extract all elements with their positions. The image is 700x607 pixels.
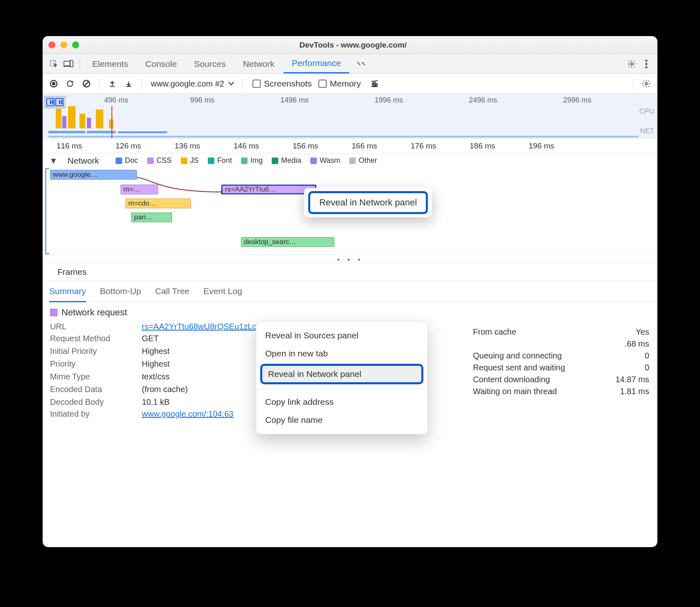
ctx-reveal-sources[interactable]: Reveal in Sources panel xyxy=(256,326,427,345)
kebab-icon[interactable] xyxy=(639,57,653,71)
svg-point-3 xyxy=(630,63,633,65)
reload-record-icon[interactable] xyxy=(63,77,77,91)
initiated-by-link[interactable]: www.google.com/:104:63 xyxy=(142,409,233,418)
settings-icon[interactable] xyxy=(625,57,639,71)
detail-tab-summary[interactable]: Summary xyxy=(49,286,86,302)
inspect-icon[interactable] xyxy=(47,57,61,71)
upload-icon[interactable] xyxy=(105,77,119,91)
ctx-copy-link[interactable]: Copy link address xyxy=(256,393,427,411)
traffic-lights xyxy=(48,41,79,48)
detail-tab-eventlog[interactable]: Event Log xyxy=(203,286,242,296)
resize-handle[interactable]: • • • xyxy=(43,255,657,263)
memory-checkbox[interactable]: Memory xyxy=(318,79,361,89)
garbage-collect-icon[interactable] xyxy=(368,77,382,91)
reveal-tooltip: Reveal in Network panel xyxy=(304,188,432,217)
field-label: Initial Priority xyxy=(50,347,132,356)
url-label: URL xyxy=(50,322,132,331)
frames-label: Frames xyxy=(57,267,86,277)
panel-settings-icon[interactable] xyxy=(639,77,653,91)
legend-img: Img xyxy=(241,156,263,165)
ctx-copy-filename[interactable]: Copy file name xyxy=(256,411,427,429)
devtools-window: DevTools - www.google.com/ Elements Cons… xyxy=(43,36,657,547)
overview-tick: 2996 ms xyxy=(563,96,591,105)
collapse-icon[interactable]: ▼ xyxy=(49,156,58,166)
recording-select[interactable]: www.google.com #2 xyxy=(148,79,236,88)
screenshots-label: Screenshots xyxy=(264,79,312,89)
titlebar: DevTools - www.google.com/ xyxy=(43,36,657,54)
request-type-swatch xyxy=(50,309,57,316)
ctx-reveal-network[interactable]: Reveal in Network panel xyxy=(260,364,423,384)
detail-tab-bottomup[interactable]: Bottom-Up xyxy=(100,286,141,296)
svg-point-6 xyxy=(645,66,648,68)
overview-chart xyxy=(48,104,154,128)
timing-column: From cacheYes .68 ms Queuing and connect… xyxy=(473,326,649,397)
frames-track[interactable]: Frames xyxy=(43,263,657,281)
maximize-icon[interactable] xyxy=(72,41,79,48)
device-toggle-icon[interactable] xyxy=(61,57,75,71)
context-menu: Reveal in Sources panel Open in new tab … xyxy=(256,321,428,434)
field-label: Mime Type xyxy=(50,372,132,381)
svg-point-11 xyxy=(645,82,648,85)
svg-point-8 xyxy=(52,82,55,85)
clear-icon[interactable] xyxy=(80,77,93,91)
network-track-label: Network xyxy=(68,156,99,166)
overview-tick: 496 ms xyxy=(104,96,128,105)
network-track: ▼ Network DocCSSJSFontImgMediaWasmOther … xyxy=(43,153,657,255)
section-title: Network request xyxy=(61,307,127,318)
timing-row: Waiting on main thread1.81 ms xyxy=(473,386,649,397)
overview-tick: 2496 ms xyxy=(469,96,497,105)
tab-elements[interactable]: Elements xyxy=(84,54,136,73)
detail-tabs: Summary Bottom-Up Call Tree Event Log xyxy=(43,281,657,301)
performance-toolbar: www.google.com #2 Screenshots Memory xyxy=(43,74,657,94)
legend-css: CSS xyxy=(147,156,172,165)
detail-tab-calltree[interactable]: Call Tree xyxy=(155,286,189,296)
tooltip-label: Reveal in Network panel xyxy=(308,191,428,214)
selection-bracket xyxy=(45,168,49,254)
record-icon[interactable] xyxy=(47,77,61,91)
tab-console[interactable]: Console xyxy=(137,54,185,73)
field-label: Priority xyxy=(50,359,132,369)
screenshots-checkbox[interactable]: Screenshots xyxy=(252,79,312,89)
field-label: Request Method xyxy=(50,334,132,343)
network-request-bar[interactable]: www.google… xyxy=(50,170,137,180)
tab-network[interactable]: Network xyxy=(235,54,283,73)
legend-font: Font xyxy=(208,156,232,165)
close-icon[interactable] xyxy=(48,41,55,48)
timing-row: Content downloading14.87 ms xyxy=(473,374,649,386)
timing-row: Queuing and connecting0 xyxy=(473,350,649,362)
overview-net-label: NET xyxy=(640,127,654,135)
legend-media: Media xyxy=(272,156,301,165)
network-request-bar[interactable]: m=… xyxy=(120,185,158,194)
overview-tick: 1996 ms xyxy=(375,96,403,105)
timing-row: Request sent and waiting0 xyxy=(473,362,649,374)
flamechart-timescale: 116 ms 126 ms 136 ms 146 ms 156 ms 166 m… xyxy=(43,139,657,153)
svg-point-4 xyxy=(645,59,648,62)
network-request-bar[interactable]: m=cdo… xyxy=(125,199,191,208)
tab-sources[interactable]: Sources xyxy=(186,54,234,73)
svg-point-5 xyxy=(645,63,648,65)
memory-label: Memory xyxy=(330,79,361,89)
network-request-bar[interactable]: pari… xyxy=(131,212,172,222)
devtools-tabbar: Elements Console Sources Network Perform… xyxy=(43,54,657,74)
tab-performance[interactable]: Performance xyxy=(284,54,349,73)
overview-marker xyxy=(111,106,112,138)
field-label: Decoded Body xyxy=(50,397,132,407)
download-icon[interactable] xyxy=(122,77,136,91)
field-label: Encoded Data xyxy=(50,385,132,394)
overview-tick: 996 ms xyxy=(190,96,214,105)
overview-minimap[interactable]: 496 ms 996 ms 1496 ms 1996 ms 2496 ms 29… xyxy=(43,94,657,139)
network-request-bar[interactable]: desktop_searc… xyxy=(241,237,334,247)
legend-js: JS xyxy=(181,156,199,165)
legend-other: Other xyxy=(349,156,377,165)
ctx-open-new-tab[interactable]: Open in new tab xyxy=(256,345,427,363)
initiated-by-label: Initiated by xyxy=(50,409,132,419)
svg-rect-1 xyxy=(64,61,70,66)
legend-wasm: Wasm xyxy=(310,156,340,165)
minimize-icon[interactable] xyxy=(60,41,67,48)
overview-tick: 1496 ms xyxy=(280,96,309,105)
svg-line-10 xyxy=(84,82,89,86)
overview-cpu-label: CPU xyxy=(639,107,654,116)
window-title: DevTools - www.google.com/ xyxy=(79,41,627,50)
network-request-bar[interactable]: rs=AA2YrTtu6… xyxy=(221,185,316,194)
more-tabs-icon[interactable] xyxy=(354,57,368,71)
